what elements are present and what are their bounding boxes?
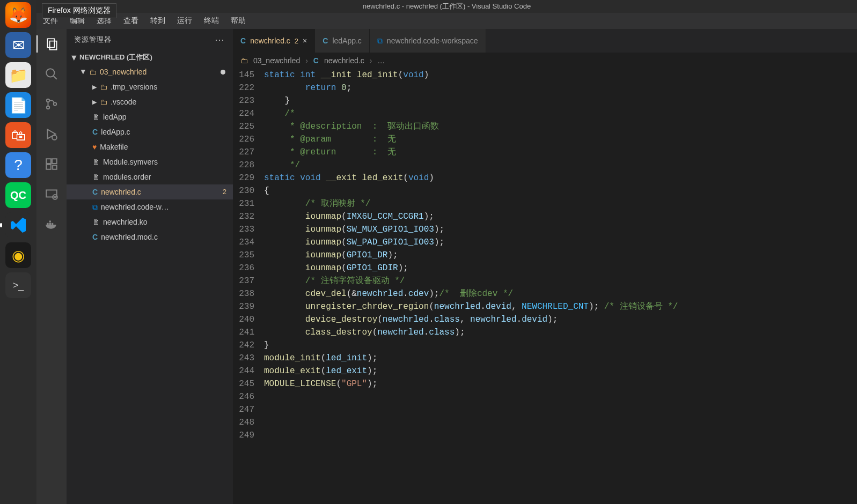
tab-label: newchrled.code-workspace xyxy=(387,36,478,45)
docker-icon[interactable] xyxy=(43,216,60,233)
svg-point-6 xyxy=(54,102,56,105)
file-row[interactable]: 🗎Module.symvers xyxy=(67,154,233,169)
code-editor[interactable]: 1452222232242252262272282292302312322332… xyxy=(233,69,857,504)
folder-icon: 🗀 xyxy=(100,94,107,109)
sidebar-more-icon[interactable]: ⋯ xyxy=(215,34,225,46)
file-label: .vscode xyxy=(111,94,136,109)
dock-writer-icon[interactable]: 📄 xyxy=(5,92,31,118)
svg-rect-11 xyxy=(53,165,57,169)
svg-point-7 xyxy=(52,135,57,140)
svg-rect-16 xyxy=(52,223,53,225)
file-icon: 🗎 xyxy=(92,214,100,229)
c-file-icon: C xyxy=(323,36,328,45)
explorer-icon[interactable] xyxy=(36,35,67,53)
dock-files-icon[interactable]: 📁 xyxy=(5,62,31,88)
folder-row[interactable]: ▶ 🗀 03_newchrled xyxy=(67,64,233,79)
file-label: modules.order xyxy=(103,169,151,184)
file-label: ledApp.c xyxy=(101,124,130,139)
window-title-text: newchrled.c - newchrled (工作区) - Visual S… xyxy=(363,2,531,11)
c-file-icon: C xyxy=(240,36,246,45)
menu-item[interactable]: 转到 xyxy=(150,16,165,26)
search-icon[interactable] xyxy=(43,65,60,83)
file-row[interactable]: ⧉newchrled.code-w… xyxy=(67,199,233,214)
menu-item[interactable]: 运行 xyxy=(177,16,192,26)
chevron-down-icon: ▶ xyxy=(71,55,78,60)
file-label: newchrled.c xyxy=(101,184,141,199)
dock-software-icon[interactable]: 🛍 xyxy=(5,122,31,148)
svg-point-5 xyxy=(47,106,49,109)
chevron-right-icon: ▶ xyxy=(92,94,97,109)
svg-rect-1 xyxy=(50,41,57,50)
source-control-icon[interactable] xyxy=(43,95,60,113)
editor-tab[interactable]: Cnewchrled.c2× xyxy=(233,29,315,53)
editor-area: Cnewchrled.c2×CledApp.c⧉newchrled.code-w… xyxy=(233,29,857,504)
file-tree: ▶ 🗀 03_newchrled ▶🗀.tmp_versions▶🗀.vscod… xyxy=(67,64,233,244)
file-row[interactable]: Cnewchrled.c2 xyxy=(67,184,233,199)
run-debug-icon[interactable] xyxy=(43,125,60,143)
file-icon: 🗎 xyxy=(92,169,100,184)
dock-firefox-icon[interactable]: 🦊 xyxy=(5,2,31,28)
dock-terminal-icon[interactable]: >_ xyxy=(5,272,31,298)
file-label: Makefile xyxy=(100,139,128,154)
remote-explorer-icon[interactable] xyxy=(43,186,60,203)
chevron-right-icon: › xyxy=(305,56,308,65)
workspace-header[interactable]: ▶ NEWCHRLED (工作区) xyxy=(67,50,233,64)
file-label: Module.symvers xyxy=(103,154,158,169)
extensions-icon[interactable] xyxy=(43,155,60,173)
folder-label: 03_newchrled xyxy=(100,64,147,79)
window-titlebar: newchrled.c - newchrled (工作区) - Visual S… xyxy=(36,0,857,13)
editor-tab[interactable]: ⧉newchrled.code-workspace xyxy=(370,29,486,53)
dock-sound-icon[interactable]: ◉ xyxy=(5,242,31,268)
tab-label: newchrled.c xyxy=(250,36,290,45)
close-icon[interactable]: × xyxy=(303,36,307,45)
svg-point-4 xyxy=(47,99,49,102)
tabs-bar: Cnewchrled.c2×CledApp.c⧉newchrled.code-w… xyxy=(233,29,857,53)
svg-rect-0 xyxy=(47,39,54,47)
file-row[interactable]: 🗎modules.order xyxy=(67,169,233,184)
menu-item[interactable]: 帮助 xyxy=(231,16,246,26)
file-icon: 🗎 xyxy=(92,154,100,169)
editor-tab[interactable]: CledApp.c xyxy=(315,29,370,53)
file-label: newchrled.ko xyxy=(103,214,148,229)
svg-rect-8 xyxy=(46,159,51,164)
file-label: ledApp xyxy=(103,109,127,124)
file-icon: 🗎 xyxy=(92,109,100,124)
firefox-tooltip: Firefox 网络浏览器 xyxy=(42,3,116,18)
c-file-icon: C xyxy=(92,184,98,199)
dock-qc-icon[interactable]: QC xyxy=(5,182,31,208)
ubuntu-dock: 🦊 ✉ 📁 📄 🛍 ? QC ◉ >_ xyxy=(0,0,36,504)
dock-help-icon[interactable]: ? xyxy=(5,152,31,178)
file-row[interactable]: 🗎ledApp xyxy=(67,109,233,124)
file-label: newchrled.code-w… xyxy=(101,199,169,214)
menu-item[interactable]: 终端 xyxy=(204,16,219,26)
tab-problems-count: 2 xyxy=(295,37,298,45)
c-file-icon: C xyxy=(92,124,98,139)
file-row[interactable]: 🗎newchrled.ko xyxy=(67,214,233,229)
svg-rect-10 xyxy=(46,165,51,169)
breadcrumb[interactable]: 🗀 03_newchrled › C newchrled.c › … xyxy=(233,53,857,69)
svg-line-3 xyxy=(53,76,57,79)
folder-row[interactable]: ▶🗀.vscode xyxy=(67,94,233,109)
menu-item[interactable]: 查看 xyxy=(123,16,138,26)
folder-icon: 🗀 xyxy=(100,79,107,94)
workspace-icon: ⧉ xyxy=(92,199,98,214)
file-label: newchrled.mod.c xyxy=(101,229,158,244)
chevron-down-icon: ▶ xyxy=(76,70,91,74)
code-content[interactable]: static int __init led_init(void) return … xyxy=(264,69,857,504)
breadcrumb-more: … xyxy=(377,56,385,65)
file-row[interactable]: CledApp.c xyxy=(67,124,233,139)
dock-thunderbird-icon[interactable]: ✉ xyxy=(5,32,31,58)
dock-vscode-icon[interactable] xyxy=(5,212,31,238)
folder-icon: 🗀 xyxy=(240,56,248,65)
folder-row[interactable]: ▶🗀.tmp_versions xyxy=(67,79,233,94)
chevron-right-icon: › xyxy=(370,56,372,65)
line-number-gutter: 1452222232242252262272282292302312322332… xyxy=(233,69,264,504)
explorer-sidebar: 资源管理器 ⋯ ▶ NEWCHRLED (工作区) ▶ 🗀 03_newchrl… xyxy=(67,29,233,504)
workspace-icon: ⧉ xyxy=(377,36,383,46)
svg-rect-17 xyxy=(49,221,51,223)
makefile-icon: ♥ xyxy=(92,139,97,154)
vscode-window: newchrled.c - newchrled (工作区) - Visual S… xyxy=(36,0,857,504)
sidebar-title: 资源管理器 xyxy=(74,35,112,45)
file-row[interactable]: ♥Makefile xyxy=(67,139,233,154)
file-row[interactable]: Cnewchrled.mod.c xyxy=(67,229,233,244)
